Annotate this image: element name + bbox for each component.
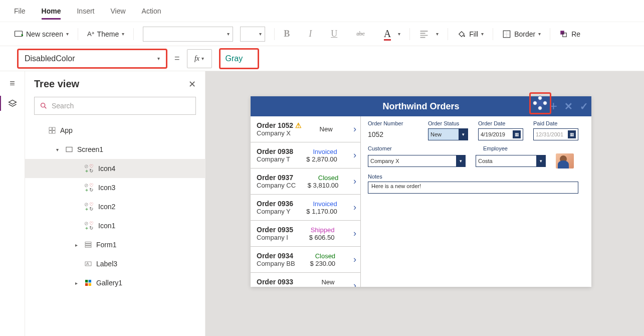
order-row[interactable]: Order 0937Company CCClosed$ 3,810.00› xyxy=(251,169,360,195)
chevron-right-icon: › xyxy=(350,228,356,239)
svg-rect-0 xyxy=(15,31,23,37)
app-title: Northwind Orders xyxy=(382,101,459,112)
canvas[interactable]: Northwind Orders + ✕ ✓ Order 1052⚠Compan… xyxy=(205,71,644,336)
theme-button[interactable]: Aᵃ Theme ▾ xyxy=(87,30,124,38)
chevron-right-icon: › xyxy=(350,254,356,265)
order-row[interactable]: Order 0934Company BBClosed$ 230.00› xyxy=(251,247,360,273)
caret-right-icon: ▸ xyxy=(75,280,80,286)
paid-date-input[interactable]: 12/31/2001▦ xyxy=(533,128,578,140)
bold-button[interactable]: B xyxy=(284,29,290,39)
chevron-right-icon: › xyxy=(350,124,356,134)
tree-item-icon3[interactable]: ⊘♡＋↻Icon3 xyxy=(25,178,205,197)
app-header: Northwind Orders + ✕ ✓ xyxy=(251,96,591,116)
formula-bar: DisabledColor ▾ = fx ▾ Gray xyxy=(0,46,644,71)
tree-item-gallery1[interactable]: ▸Gallery1 xyxy=(25,273,205,292)
chevron-down-icon: ▾ xyxy=(456,155,465,166)
employee-dropdown[interactable]: Costa▾ xyxy=(476,155,546,167)
label-paid-date: Paid Date xyxy=(533,120,578,126)
tree-app-label: App xyxy=(60,126,73,134)
fx-icon: fx xyxy=(194,55,199,63)
order-gallery[interactable]: Order 1052⚠Company XNew›Order 0938Compan… xyxy=(251,116,361,287)
reorder-label: Re xyxy=(571,30,580,38)
order-date-input[interactable]: 4/19/2019▦ xyxy=(478,128,523,140)
chevron-right-icon: › xyxy=(350,150,356,160)
order-row[interactable]: Order 0938Company TInvoiced$ 2,870.00› xyxy=(251,142,360,169)
menu-action[interactable]: Action xyxy=(142,7,161,15)
screen-icon xyxy=(65,145,73,153)
tree-view-title: Tree view xyxy=(34,78,79,90)
divider xyxy=(133,28,134,40)
tree-screen-label: Screen1 xyxy=(77,145,103,153)
reorder-button[interactable]: Re xyxy=(559,30,580,39)
chevron-down-icon: ▾ xyxy=(122,31,124,37)
notes-input[interactable]: Here is a new order! xyxy=(368,182,578,194)
svg-rect-18 xyxy=(89,283,91,286)
property-dropdown[interactable]: DisabledColor ▾ xyxy=(17,49,167,69)
cancel-icon[interactable]: ✕ xyxy=(564,100,573,112)
chevron-down-icon: ▾ xyxy=(538,31,541,37)
fx-button[interactable]: fx ▾ xyxy=(187,49,212,68)
equals-sign: = xyxy=(174,53,180,64)
property-value: DisabledColor xyxy=(25,54,75,63)
chevron-down-icon: ▾ xyxy=(536,155,545,166)
chevron-down-icon: ▾ xyxy=(259,31,262,37)
menu-insert[interactable]: Insert xyxy=(77,7,94,15)
menu-view[interactable]: View xyxy=(110,7,125,15)
search-input[interactable]: Search xyxy=(34,97,196,115)
tree-app[interactable]: App xyxy=(25,121,205,140)
divider xyxy=(274,28,275,40)
border-button[interactable]: Border ▾ xyxy=(502,30,541,39)
strikethrough-button[interactable]: abc xyxy=(356,30,365,38)
save-icon[interactable]: ✓ xyxy=(580,100,588,112)
order-row[interactable]: Order 0936Company YInvoiced$ 1,170.00› xyxy=(251,195,360,221)
label-order-status: Order Status xyxy=(428,120,468,126)
main-area: ≡ Tree view ✕ Search App ▾ Screen1 ⊘♡＋ xyxy=(0,71,644,336)
menu-file[interactable]: File xyxy=(14,7,26,15)
new-screen-label: New screen xyxy=(26,30,63,38)
fill-button[interactable]: Fill ▾ xyxy=(457,30,484,39)
customer-dropdown[interactable]: Company X▾ xyxy=(368,155,466,167)
underline-button[interactable]: U xyxy=(331,29,337,39)
label-employee: Employee xyxy=(483,145,553,151)
new-screen-button[interactable]: New screen ▾ xyxy=(14,30,69,39)
tree-item-icon2[interactable]: ⊘♡＋↻Icon2 xyxy=(25,197,205,216)
font-color-button[interactable]: A xyxy=(384,28,391,40)
caret-down-icon: ▾ xyxy=(56,147,61,152)
font-family-dropdown[interactable]: ▾ xyxy=(143,27,233,42)
order-row[interactable]: Order 0935Company IShipped$ 606.50› xyxy=(251,221,360,247)
tree-screen1[interactable]: ▾ Screen1 xyxy=(25,140,205,159)
svg-rect-12 xyxy=(85,244,91,246)
svg-rect-9 xyxy=(53,131,55,133)
tree-item-form1[interactable]: ▸Form1 xyxy=(25,235,205,254)
tree-view-rail-button[interactable] xyxy=(8,99,18,110)
order-status-dropdown[interactable]: New▾ xyxy=(428,128,468,140)
tree-item-icon1[interactable]: ⊘♡＋↻Icon1 xyxy=(25,216,205,235)
fill-label: Fill xyxy=(469,30,478,38)
warning-icon: ⚠ xyxy=(295,121,302,129)
svg-rect-15 xyxy=(85,280,88,282)
tree-list: App ▾ Screen1 ⊘♡＋↻Icon4⊘♡＋↻Icon3⊘♡＋↻Icon… xyxy=(25,121,205,336)
chevron-down-icon: ▾ xyxy=(66,31,69,37)
menu-home[interactable]: Home xyxy=(42,7,61,20)
border-icon xyxy=(502,30,511,39)
italic-button[interactable]: I xyxy=(309,29,312,39)
order-row[interactable]: Order 1052⚠Company XNew› xyxy=(251,116,360,142)
label-order-date: Order Date xyxy=(478,120,523,126)
align-icon[interactable] xyxy=(419,29,429,39)
font-size-dropdown[interactable]: ▾ xyxy=(240,27,265,42)
tree-item-label3[interactable]: Label3 xyxy=(25,254,205,273)
calendar-icon: ▦ xyxy=(513,130,521,138)
selection-handle[interactable] xyxy=(529,92,551,114)
svg-rect-17 xyxy=(85,283,88,286)
form-icon xyxy=(84,241,92,249)
order-row[interactable]: Order 0933Company ANew$ 736.00› xyxy=(251,273,360,287)
tree-item-icon4[interactable]: ⊘♡＋↻Icon4 xyxy=(25,159,205,178)
theme-label: Theme xyxy=(97,30,119,38)
svg-rect-10 xyxy=(66,147,72,151)
hamburger-icon[interactable]: ≡ xyxy=(10,78,15,89)
close-icon[interactable]: ✕ xyxy=(188,79,196,90)
chevron-down-icon: ▾ xyxy=(398,31,400,37)
svg-rect-3 xyxy=(560,31,564,35)
divider xyxy=(78,28,78,40)
formula-input[interactable]: Gray xyxy=(219,48,259,69)
